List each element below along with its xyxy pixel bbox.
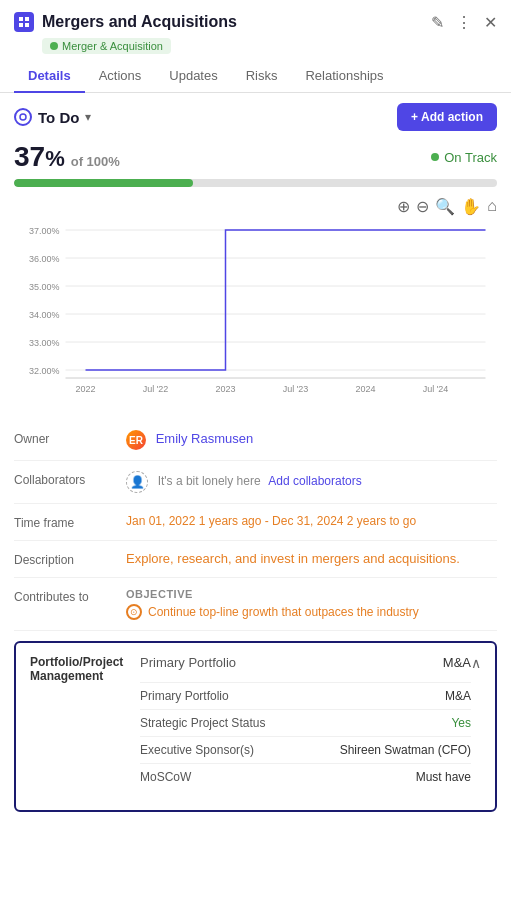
portfolio-sub-value-2: Yes bbox=[451, 716, 471, 730]
tab-relationships[interactable]: Relationships bbox=[291, 60, 397, 93]
tab-risks[interactable]: Risks bbox=[232, 60, 292, 93]
svg-point-0 bbox=[20, 114, 26, 120]
portfolio-sub-row-2: Strategic Project Status Yes bbox=[140, 709, 471, 736]
svg-text:32.00%: 32.00% bbox=[29, 366, 60, 376]
avatar: ER bbox=[126, 430, 146, 450]
owner-value: ER Emily Rasmusen bbox=[126, 430, 497, 450]
add-collaborators-link[interactable]: Add collaborators bbox=[268, 474, 361, 488]
status-circle bbox=[14, 108, 32, 126]
progress-bar-fill bbox=[14, 179, 193, 187]
portfolio-main-row: Primary Portfolio M&A bbox=[140, 655, 471, 670]
objective-text: Continue top-line growth that outpaces t… bbox=[148, 605, 419, 619]
tab-actions[interactable]: Actions bbox=[85, 60, 156, 93]
zoom-fit-icon[interactable]: 🔍 bbox=[435, 197, 455, 216]
add-action-button[interactable]: + Add action bbox=[397, 103, 497, 131]
portfolio-main-value: M&A bbox=[443, 655, 471, 670]
on-track-dot bbox=[431, 153, 439, 161]
portfolio-sub-value-4: Must have bbox=[416, 770, 471, 784]
collaborators-row: Collaborators 👤 It's a bit lonely here A… bbox=[14, 461, 497, 504]
on-track-indicator: On Track bbox=[431, 150, 497, 165]
portfolio-sub-rows: Primary Portfolio M&A Strategic Project … bbox=[140, 682, 471, 790]
objective-label: OBJECTIVE bbox=[126, 588, 497, 600]
svg-text:34.00%: 34.00% bbox=[29, 310, 60, 320]
svg-text:Jul '24: Jul '24 bbox=[423, 384, 449, 394]
home-icon[interactable]: ⌂ bbox=[487, 197, 497, 216]
svg-text:35.00%: 35.00% bbox=[29, 282, 60, 292]
svg-text:2023: 2023 bbox=[215, 384, 235, 394]
status-chevron-icon: ▾ bbox=[85, 110, 91, 124]
contributes-value: OBJECTIVE ⊙ Continue top-line growth tha… bbox=[126, 588, 497, 620]
zoom-in-icon[interactable]: ⊕ bbox=[397, 197, 410, 216]
portfolio-sub-label-4: MoSCoW bbox=[140, 770, 191, 784]
pan-icon[interactable]: ✋ bbox=[461, 197, 481, 216]
portfolio-collapse-icon[interactable]: ∧ bbox=[471, 655, 481, 671]
description-value: Explore, research, and invest in mergers… bbox=[126, 551, 497, 566]
tag-dot bbox=[50, 42, 58, 50]
zoom-out-icon[interactable]: ⊖ bbox=[416, 197, 429, 216]
portfolio-box: Portfolio/ProjectManagement Primary Port… bbox=[14, 641, 497, 812]
svg-text:2022: 2022 bbox=[75, 384, 95, 394]
portfolio-main-label: Primary Portfolio bbox=[140, 655, 236, 670]
chart-toolbar: ⊕ ⊖ 🔍 ✋ ⌂ bbox=[14, 197, 497, 216]
timeframe-row: Time frame Jan 01, 2022 1 years ago - De… bbox=[14, 504, 497, 541]
status-button[interactable]: To Do ▾ bbox=[14, 108, 91, 126]
header: Mergers and Acquisitions ✎ ⋮ ✕ bbox=[0, 0, 511, 38]
portfolio-sub-row-4: MoSCoW Must have bbox=[140, 763, 471, 790]
contributes-label: Contributes to bbox=[14, 588, 114, 604]
pct-of-label: of 100% bbox=[71, 154, 120, 169]
portfolio-section-title: Portfolio/ProjectManagement bbox=[30, 655, 140, 683]
portfolio-sub-label-2: Strategic Project Status bbox=[140, 716, 265, 730]
svg-text:2024: 2024 bbox=[355, 384, 375, 394]
details-section: Owner ER Emily Rasmusen Collaborators 👤 … bbox=[0, 420, 511, 631]
progress-section: 37% of 100% On Track bbox=[0, 137, 511, 197]
on-track-label: On Track bbox=[444, 150, 497, 165]
portfolio-sub-row-1: Primary Portfolio M&A bbox=[140, 682, 471, 709]
portfolio-box-header: Portfolio/ProjectManagement Primary Port… bbox=[30, 655, 481, 790]
progress-percentage: 37% of 100% bbox=[14, 141, 120, 173]
portfolio-content: Primary Portfolio M&A Primary Portfolio … bbox=[140, 655, 471, 790]
pct-value: 37% bbox=[14, 141, 65, 173]
app-icon bbox=[14, 12, 34, 32]
collaborators-text: It's a bit lonely here bbox=[158, 474, 261, 488]
status-row: To Do ▾ + Add action bbox=[0, 93, 511, 137]
description-row: Description Explore, research, and inves… bbox=[14, 541, 497, 578]
more-icon[interactable]: ⋮ bbox=[456, 13, 472, 32]
portfolio-sub-value-3: Shireen Swatman (CFO) bbox=[340, 743, 471, 757]
tab-bar: Details Actions Updates Risks Relationsh… bbox=[0, 60, 511, 93]
close-icon[interactable]: ✕ bbox=[484, 13, 497, 32]
portfolio-sub-label-1: Primary Portfolio bbox=[140, 689, 229, 703]
chart-area: 37.00% 36.00% 35.00% 34.00% 33.00% 32.00… bbox=[14, 220, 497, 410]
portfolio-sub-value-1: M&A bbox=[445, 689, 471, 703]
chart-container: ⊕ ⊖ 🔍 ✋ ⌂ 37.00% 36.00% 35.00% 34.00% 33… bbox=[0, 197, 511, 420]
owner-label: Owner bbox=[14, 430, 114, 446]
collaborators-label: Collaborators bbox=[14, 471, 114, 487]
portfolio-sub-row-3: Executive Sponsor(s) Shireen Swatman (CF… bbox=[140, 736, 471, 763]
timeframe-value: Jan 01, 2022 1 years ago - Dec 31, 2024 … bbox=[126, 514, 497, 528]
tab-details[interactable]: Details bbox=[14, 60, 85, 93]
header-action-buttons: ✎ ⋮ ✕ bbox=[431, 13, 497, 32]
portfolio-sub-label-3: Executive Sponsor(s) bbox=[140, 743, 254, 757]
owner-row: Owner ER Emily Rasmusen bbox=[14, 420, 497, 461]
status-label: To Do bbox=[38, 109, 79, 126]
timeframe-label: Time frame bbox=[14, 514, 114, 530]
collaborators-icon: 👤 bbox=[126, 471, 148, 493]
svg-text:Jul '22: Jul '22 bbox=[143, 384, 169, 394]
tab-updates[interactable]: Updates bbox=[155, 60, 231, 93]
owner-name[interactable]: Emily Rasmusen bbox=[156, 431, 254, 446]
contributes-row: Contributes to OBJECTIVE ⊙ Continue top-… bbox=[14, 578, 497, 631]
page-title: Mergers and Acquisitions bbox=[42, 13, 423, 31]
svg-text:36.00%: 36.00% bbox=[29, 254, 60, 264]
progress-bar-track bbox=[14, 179, 497, 187]
tag-badge: Merger & Acquisition bbox=[42, 38, 171, 54]
edit-icon[interactable]: ✎ bbox=[431, 13, 444, 32]
tag-label: Merger & Acquisition bbox=[62, 40, 163, 52]
objective-icon: ⊙ bbox=[126, 604, 142, 620]
objective-link[interactable]: ⊙ Continue top-line growth that outpaces… bbox=[126, 604, 497, 620]
collaborators-value: 👤 It's a bit lonely here Add collaborato… bbox=[126, 471, 497, 493]
svg-text:33.00%: 33.00% bbox=[29, 338, 60, 348]
svg-text:Jul '23: Jul '23 bbox=[283, 384, 309, 394]
description-label: Description bbox=[14, 551, 114, 567]
svg-text:37.00%: 37.00% bbox=[29, 226, 60, 236]
